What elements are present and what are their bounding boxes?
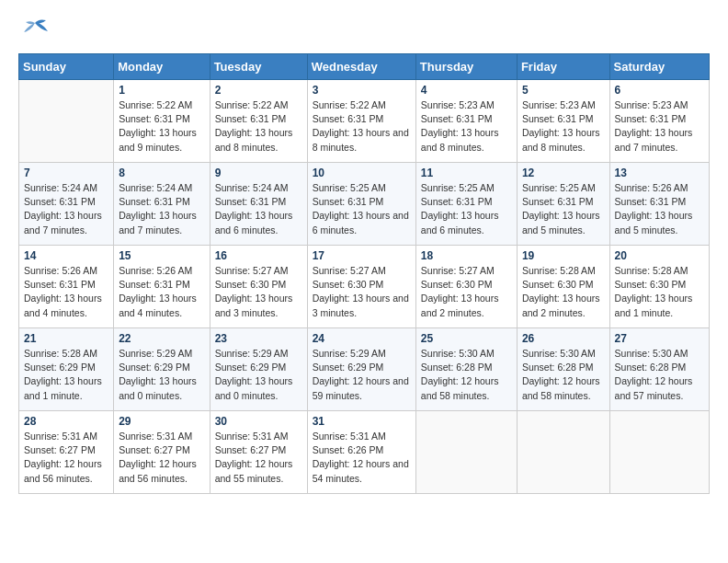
day-number: 31 (313, 415, 411, 428)
day-number: 22 (119, 332, 204, 345)
day-number: 16 (215, 249, 302, 262)
calendar-cell: 17Sunrise: 5:27 AMSunset: 6:30 PMDayligh… (307, 246, 415, 328)
calendar-cell: 30Sunrise: 5:31 AMSunset: 6:27 PMDayligh… (210, 411, 307, 494)
day-info: Sunrise: 5:26 AMSunset: 6:31 PMDaylight:… (119, 264, 204, 320)
calendar-cell: 10Sunrise: 5:25 AMSunset: 6:31 PMDayligh… (307, 163, 415, 246)
calendar-header: SundayMondayTuesdayWednesdayThursdayFrid… (19, 54, 710, 80)
day-number: 23 (215, 332, 302, 345)
day-info: Sunrise: 5:24 AMSunset: 6:31 PMDaylight:… (215, 181, 302, 237)
day-header-friday: Friday (517, 54, 609, 80)
calendar-cell: 25Sunrise: 5:30 AMSunset: 6:28 PMDayligh… (415, 328, 517, 411)
logo-bird-icon (18, 18, 51, 46)
day-number: 14 (24, 249, 108, 262)
page-header (18, 18, 710, 46)
day-number: 8 (119, 167, 204, 179)
day-info: Sunrise: 5:31 AMSunset: 6:27 PMDaylight:… (215, 430, 302, 486)
day-header-monday: Monday (114, 54, 210, 80)
day-number: 11 (421, 167, 512, 179)
day-info: Sunrise: 5:24 AMSunset: 6:31 PMDaylight:… (24, 181, 108, 237)
day-info: Sunrise: 5:25 AMSunset: 6:31 PMDaylight:… (421, 181, 512, 237)
day-number: 9 (215, 167, 302, 179)
week-row-4: 21Sunrise: 5:28 AMSunset: 6:29 PMDayligh… (19, 328, 710, 411)
day-info: Sunrise: 5:30 AMSunset: 6:28 PMDaylight:… (421, 347, 512, 403)
calendar-cell: 13Sunrise: 5:26 AMSunset: 6:31 PMDayligh… (609, 163, 709, 246)
calendar-cell: 4Sunrise: 5:23 AMSunset: 6:31 PMDaylight… (415, 80, 517, 163)
day-number: 25 (421, 332, 512, 345)
day-number: 2 (215, 84, 302, 97)
day-info: Sunrise: 5:27 AMSunset: 6:30 PMDaylight:… (421, 264, 512, 320)
calendar-cell: 14Sunrise: 5:26 AMSunset: 6:31 PMDayligh… (19, 246, 114, 328)
day-header-thursday: Thursday (415, 54, 517, 80)
day-info: Sunrise: 5:30 AMSunset: 6:28 PMDaylight:… (615, 347, 704, 403)
day-number: 15 (119, 249, 204, 262)
day-info: Sunrise: 5:23 AMSunset: 6:31 PMDaylight:… (421, 98, 512, 155)
calendar-cell (19, 80, 114, 163)
calendar-cell: 24Sunrise: 5:29 AMSunset: 6:29 PMDayligh… (307, 328, 415, 411)
calendar-cell: 27Sunrise: 5:30 AMSunset: 6:28 PMDayligh… (609, 328, 709, 411)
day-info: Sunrise: 5:29 AMSunset: 6:29 PMDaylight:… (119, 347, 204, 403)
day-info: Sunrise: 5:26 AMSunset: 6:31 PMDaylight:… (24, 264, 108, 320)
day-info: Sunrise: 5:24 AMSunset: 6:31 PMDaylight:… (119, 181, 204, 237)
calendar-cell: 8Sunrise: 5:24 AMSunset: 6:31 PMDaylight… (114, 163, 210, 246)
day-info: Sunrise: 5:26 AMSunset: 6:31 PMDaylight:… (615, 181, 704, 237)
day-info: Sunrise: 5:23 AMSunset: 6:31 PMDaylight:… (615, 98, 704, 155)
calendar-cell: 26Sunrise: 5:30 AMSunset: 6:28 PMDayligh… (517, 328, 609, 411)
day-info: Sunrise: 5:27 AMSunset: 6:30 PMDaylight:… (215, 264, 302, 320)
day-info: Sunrise: 5:25 AMSunset: 6:31 PMDaylight:… (522, 181, 605, 237)
days-of-week-row: SundayMondayTuesdayWednesdayThursdayFrid… (19, 54, 710, 80)
day-info: Sunrise: 5:22 AMSunset: 6:31 PMDaylight:… (119, 98, 204, 155)
day-info: Sunrise: 5:28 AMSunset: 6:29 PMDaylight:… (24, 347, 108, 403)
day-number: 1 (119, 84, 204, 97)
calendar-cell: 2Sunrise: 5:22 AMSunset: 6:31 PMDaylight… (210, 80, 307, 163)
day-number: 13 (615, 167, 704, 179)
day-number: 6 (615, 84, 704, 97)
day-info: Sunrise: 5:30 AMSunset: 6:28 PMDaylight:… (522, 347, 605, 403)
day-number: 20 (615, 249, 704, 262)
calendar-cell: 1Sunrise: 5:22 AMSunset: 6:31 PMDaylight… (114, 80, 210, 163)
calendar-cell: 28Sunrise: 5:31 AMSunset: 6:27 PMDayligh… (19, 411, 114, 494)
week-row-5: 28Sunrise: 5:31 AMSunset: 6:27 PMDayligh… (19, 411, 710, 494)
day-info: Sunrise: 5:27 AMSunset: 6:30 PMDaylight:… (313, 264, 411, 320)
calendar-cell: 6Sunrise: 5:23 AMSunset: 6:31 PMDaylight… (609, 80, 709, 163)
day-number: 18 (421, 249, 512, 262)
calendar-cell: 20Sunrise: 5:28 AMSunset: 6:30 PMDayligh… (609, 246, 709, 328)
day-number: 24 (313, 332, 411, 345)
day-number: 17 (313, 249, 411, 262)
day-number: 5 (522, 84, 605, 97)
day-info: Sunrise: 5:29 AMSunset: 6:29 PMDaylight:… (215, 347, 302, 403)
day-number: 30 (215, 415, 302, 428)
calendar-table: SundayMondayTuesdayWednesdayThursdayFrid… (18, 53, 710, 494)
day-number: 4 (421, 84, 512, 97)
calendar-cell: 23Sunrise: 5:29 AMSunset: 6:29 PMDayligh… (210, 328, 307, 411)
day-info: Sunrise: 5:29 AMSunset: 6:29 PMDaylight:… (313, 347, 411, 403)
calendar-cell: 18Sunrise: 5:27 AMSunset: 6:30 PMDayligh… (415, 246, 517, 328)
day-number: 19 (522, 249, 605, 262)
calendar-cell: 12Sunrise: 5:25 AMSunset: 6:31 PMDayligh… (517, 163, 609, 246)
day-number: 10 (313, 167, 411, 179)
day-number: 26 (522, 332, 605, 345)
calendar-body: 1Sunrise: 5:22 AMSunset: 6:31 PMDaylight… (19, 80, 710, 494)
day-number: 7 (24, 167, 108, 179)
calendar-cell: 22Sunrise: 5:29 AMSunset: 6:29 PMDayligh… (114, 328, 210, 411)
day-header-wednesday: Wednesday (307, 54, 415, 80)
day-info: Sunrise: 5:25 AMSunset: 6:31 PMDaylight:… (313, 181, 411, 237)
calendar-cell: 5Sunrise: 5:23 AMSunset: 6:31 PMDaylight… (517, 80, 609, 163)
week-row-2: 7Sunrise: 5:24 AMSunset: 6:31 PMDaylight… (19, 163, 710, 246)
calendar-cell: 11Sunrise: 5:25 AMSunset: 6:31 PMDayligh… (415, 163, 517, 246)
day-header-saturday: Saturday (609, 54, 709, 80)
calendar-cell: 3Sunrise: 5:22 AMSunset: 6:31 PMDaylight… (307, 80, 415, 163)
calendar-cell (609, 411, 709, 494)
day-info: Sunrise: 5:28 AMSunset: 6:30 PMDaylight:… (615, 264, 704, 320)
calendar-cell: 21Sunrise: 5:28 AMSunset: 6:29 PMDayligh… (19, 328, 114, 411)
calendar-cell: 29Sunrise: 5:31 AMSunset: 6:27 PMDayligh… (114, 411, 210, 494)
day-info: Sunrise: 5:22 AMSunset: 6:31 PMDaylight:… (215, 98, 302, 155)
day-number: 3 (313, 84, 411, 97)
calendar-cell: 7Sunrise: 5:24 AMSunset: 6:31 PMDaylight… (19, 163, 114, 246)
calendar-cell: 16Sunrise: 5:27 AMSunset: 6:30 PMDayligh… (210, 246, 307, 328)
day-info: Sunrise: 5:28 AMSunset: 6:30 PMDaylight:… (522, 264, 605, 320)
calendar-cell (415, 411, 517, 494)
day-info: Sunrise: 5:23 AMSunset: 6:31 PMDaylight:… (522, 98, 605, 155)
week-row-1: 1Sunrise: 5:22 AMSunset: 6:31 PMDaylight… (19, 80, 710, 163)
day-number: 28 (24, 415, 108, 428)
day-header-tuesday: Tuesday (210, 54, 307, 80)
